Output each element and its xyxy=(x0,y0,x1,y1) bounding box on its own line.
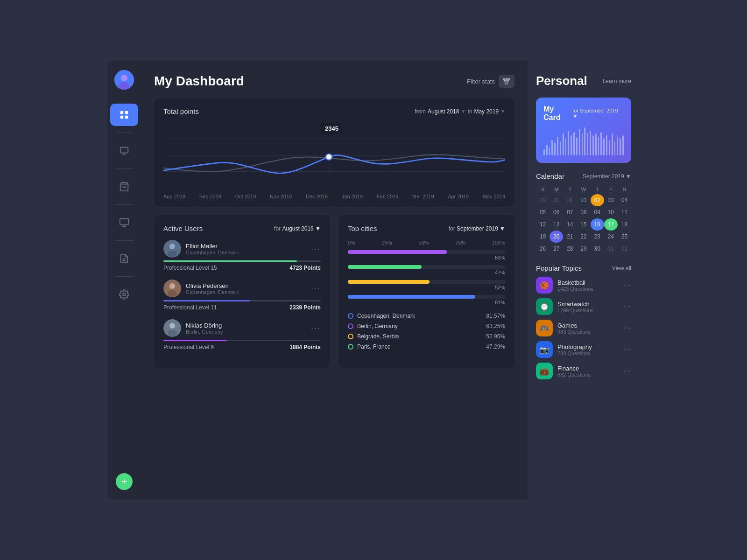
cal-day-0-2[interactable]: 31 xyxy=(563,194,577,206)
cal-day-1-5[interactable]: 10 xyxy=(604,206,618,218)
my-card-bar-17 xyxy=(590,131,591,155)
topic-dots-1[interactable]: ··· xyxy=(624,302,631,311)
cal-day-2-6[interactable]: 18 xyxy=(618,218,631,231)
sidebar-item-shopping[interactable] xyxy=(110,175,138,198)
total-points-chart: 2345 Aug 2018 xyxy=(163,123,505,197)
sidebar-item-document[interactable] xyxy=(110,247,138,270)
city-pct-2: 52.95% xyxy=(486,333,505,340)
cal-day-3-2[interactable]: 21 xyxy=(563,231,577,243)
topic-dots-3[interactable]: ··· xyxy=(624,345,631,354)
user-bar-bg-2 xyxy=(163,340,321,341)
topic-dots-2[interactable]: ··· xyxy=(624,324,631,332)
cal-day-3-1[interactable]: 20 xyxy=(550,231,563,243)
user-avatar-2 xyxy=(163,319,181,337)
topic-icon-0: 🏀 xyxy=(536,277,553,294)
topic-dots-0[interactable]: ··· xyxy=(624,281,631,289)
avatar[interactable] xyxy=(114,70,134,90)
svg-point-1 xyxy=(121,75,127,81)
user-name-0: Elliot Møller xyxy=(186,243,239,250)
cal-day-2-2[interactable]: 14 xyxy=(563,218,577,231)
cal-day-1-0[interactable]: 05 xyxy=(536,206,550,218)
cal-day-2-3[interactable]: 15 xyxy=(577,218,590,231)
main-area: My Dashboard Filter stats Total points f… xyxy=(141,61,528,499)
city-pct-0: 81.57% xyxy=(486,313,505,319)
topic-item-1: ⌚ Smartwatch 1299 Questions ··· xyxy=(536,298,631,315)
cal-day-4-4[interactable]: 30 xyxy=(591,243,604,255)
cal-day-4-3[interactable]: 29 xyxy=(577,243,590,255)
cal-header-s: S xyxy=(536,185,550,194)
cal-day-3-6[interactable]: 25 xyxy=(618,231,631,243)
add-button[interactable]: + xyxy=(116,473,133,490)
user-info-0: Elliot Møller Copenhagen, Denmark xyxy=(163,240,239,258)
sidebar-item-presentation[interactable] xyxy=(110,140,138,162)
chart-label-9: May 2019 xyxy=(483,194,505,199)
my-card-bar-9 xyxy=(568,131,569,155)
cal-day-0-5[interactable]: 03 xyxy=(604,194,618,206)
user-dots-2[interactable]: ··· xyxy=(311,323,321,333)
my-card-bar-11 xyxy=(573,132,575,155)
to-date[interactable]: May 2019 xyxy=(474,108,499,115)
cal-day-0-6[interactable]: 04 xyxy=(618,194,631,206)
city-name-1: Berlin, Germany xyxy=(357,323,398,329)
cal-day-0-0[interactable]: 29 xyxy=(536,194,550,206)
active-users-card: Active Users for August 2019 ▼ Elliot Mø… xyxy=(154,215,330,368)
cal-day-1-1[interactable]: 06 xyxy=(550,206,563,218)
active-users-for[interactable]: for August 2019 ▼ xyxy=(274,225,321,232)
topic-info-0: Basketball 1423 Questions xyxy=(557,279,619,292)
user-level-0: Professional Level 15 xyxy=(163,265,217,271)
city-name-0: Copenhagen, Denmark xyxy=(357,313,415,319)
user-dots-0[interactable]: ··· xyxy=(311,244,321,254)
sidebar-item-monitor[interactable] xyxy=(110,211,138,234)
learn-more-link[interactable]: Learn more xyxy=(603,78,631,84)
cal-day-2-1[interactable]: 13 xyxy=(550,218,563,231)
topic-dots-4[interactable]: ··· xyxy=(624,367,631,375)
cal-day-3-4[interactable]: 23 xyxy=(591,231,604,243)
view-all-link[interactable]: View all xyxy=(612,265,631,272)
date-range: from August 2018 ▼ to May 2019 ▼ xyxy=(415,108,505,115)
from-date[interactable]: August 2018 xyxy=(428,108,459,115)
chart-tooltip: 2345 xyxy=(320,123,343,134)
nav-divider-5 xyxy=(115,276,134,277)
cal-day-1-2[interactable]: 07 xyxy=(563,206,577,218)
cal-day-4-0[interactable]: 26 xyxy=(536,243,550,255)
cal-day-4-1[interactable]: 27 xyxy=(550,243,563,255)
city-list-item-2: Belgrade, Serbia 52.95% xyxy=(348,333,505,340)
user-avatar-0 xyxy=(163,240,181,258)
filter-icon xyxy=(499,75,514,88)
filter-stats-button[interactable]: Filter stats xyxy=(467,75,514,88)
cal-day-0-4[interactable]: 02 xyxy=(591,194,604,206)
topic-icon-1: ⌚ xyxy=(536,298,553,315)
cal-day-4-5[interactable]: 31 xyxy=(604,243,618,255)
cal-day-3-5[interactable]: 24 xyxy=(604,231,618,243)
cal-day-3-3[interactable]: 22 xyxy=(577,231,590,243)
cal-day-1-3[interactable]: 08 xyxy=(577,206,590,218)
sidebar-item-settings[interactable] xyxy=(110,283,138,306)
cal-day-2-5[interactable]: 17 xyxy=(604,218,618,231)
sidebar-item-dashboard[interactable] xyxy=(110,104,138,126)
city-bar-1: 47% xyxy=(348,265,505,275)
calendar-month[interactable]: September 2019 ▼ xyxy=(583,173,631,180)
total-points-card: Total points from August 2018 ▼ to May 2… xyxy=(154,98,514,207)
user-location-1: Copenhagen, Denmark xyxy=(186,289,239,295)
svg-point-24 xyxy=(168,251,177,257)
cal-day-4-2[interactable]: 28 xyxy=(563,243,577,255)
cal-day-2-0[interactable]: 12 xyxy=(536,218,550,231)
cal-day-3-0[interactable]: 19 xyxy=(536,231,550,243)
top-cities-title: Top cities xyxy=(348,224,377,232)
user-stats-1: Professional Level 11 2339 Points xyxy=(163,304,321,311)
user-bar-fill-0 xyxy=(163,260,297,262)
top-cities-for[interactable]: for September 2019 ▼ xyxy=(449,225,505,232)
cal-day-0-3[interactable]: 01 xyxy=(577,194,590,206)
my-card-month[interactable]: for September 2019 ▼ xyxy=(572,108,624,119)
cal-day-4-6[interactable]: 01 xyxy=(618,243,631,255)
user-name-2: Niklas Döring xyxy=(186,322,223,329)
top-cities-card: Top cities for September 2019 ▼ 0% 25% 5… xyxy=(338,215,514,368)
nav-divider-3 xyxy=(115,204,134,205)
cal-day-0-1[interactable]: 30 xyxy=(550,194,563,206)
cal-day-1-6[interactable]: 11 xyxy=(618,206,631,218)
user-dots-1[interactable]: ··· xyxy=(311,284,321,294)
svg-rect-14 xyxy=(504,81,508,82)
cal-day-1-4[interactable]: 09 xyxy=(591,206,604,218)
my-card-bar-22 xyxy=(603,138,605,155)
cal-day-2-4[interactable]: 16 xyxy=(591,218,604,231)
